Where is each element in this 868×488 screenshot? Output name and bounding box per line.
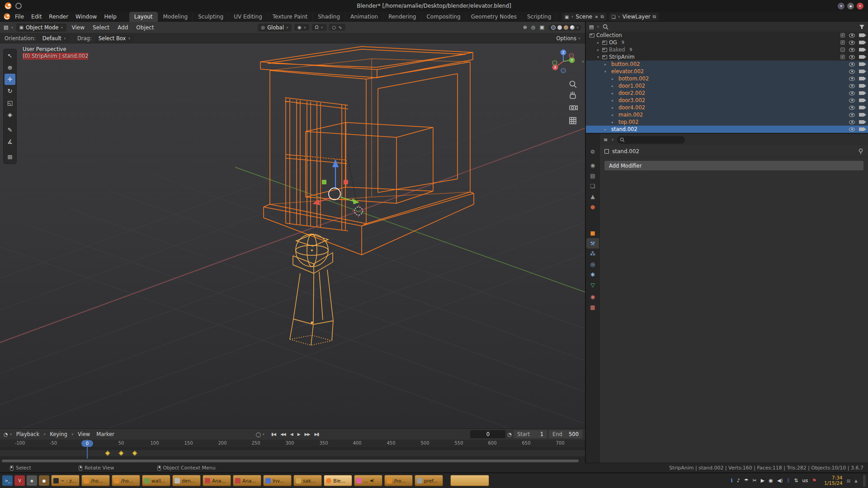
tab-animation[interactable]: Animation (345, 12, 383, 22)
output-tab-icon[interactable]: ▤ (586, 170, 599, 181)
select-box-tool[interactable]: ↖ (5, 50, 15, 61)
taskbar-window-files-2[interactable]: /ho... (112, 475, 140, 486)
proportional-edit-dropdown[interactable]: ○ ∿ (329, 24, 345, 31)
taskbar-window-blender-active[interactable]: Ble... (324, 475, 352, 486)
editor-type-icon[interactable]: ◔ (4, 432, 8, 437)
network-tray-icon[interactable]: ⇅ (794, 478, 798, 483)
window-pin-icon[interactable] (15, 3, 22, 9)
expand-icon[interactable]: ▸ (610, 106, 615, 110)
window-menu-button[interactable]: ▾ (838, 3, 844, 9)
elevator-wireframe[interactable] (260, 47, 474, 255)
minimize-button[interactable]: ▪ (847, 3, 854, 9)
menu-object[interactable]: Object (133, 24, 156, 31)
clipboard-tray-icon[interactable]: ✂ (753, 478, 757, 483)
move-tool[interactable]: ✛ (5, 74, 15, 85)
3d-viewport[interactable]: User Perspective (0) StripAnim | stand.0… (0, 43, 585, 428)
add-cube-tool[interactable]: ⊞ (5, 151, 15, 163)
disable-render-camera-icon[interactable] (859, 48, 864, 52)
properties-search-input[interactable] (617, 136, 685, 144)
info-tray-icon[interactable]: ℹ (731, 478, 733, 483)
hide-eye-icon[interactable] (849, 127, 855, 131)
expand-icon[interactable]: ▸ (596, 48, 600, 52)
use-preview-range-icon[interactable]: ◔ (507, 432, 512, 437)
add-modifier-button[interactable]: Add Modifier (604, 161, 863, 170)
editor-launcher-icon[interactable]: ● (39, 475, 49, 486)
jump-to-end-button[interactable]: ▶▮ (312, 432, 321, 437)
unlink-scene-icon[interactable]: ✕ (594, 14, 598, 19)
keyframe-track[interactable] (0, 448, 585, 459)
disable-render-camera-icon[interactable] (859, 70, 864, 73)
previous-keyframe-button[interactable]: ◀◀ (278, 432, 288, 437)
outliner-row-door2002[interactable]: ▸ door2.002 (586, 89, 868, 97)
zoom-icon[interactable] (570, 81, 577, 88)
tab-shading[interactable]: Shading (313, 12, 345, 22)
timeline-ruler[interactable]: -100 -50 0 50 100 150 200 250 300 350 40… (0, 440, 585, 448)
viewlayer-tab-icon[interactable]: ❏ (586, 181, 599, 191)
pivot-dropdown[interactable]: ◉ ∨ (294, 24, 309, 31)
hide-eye-icon[interactable] (849, 84, 855, 88)
hide-eye-icon[interactable] (849, 33, 855, 38)
hide-eye-icon[interactable] (849, 106, 855, 110)
expand-icon[interactable]: ▸ (596, 41, 600, 45)
mode-dropdown[interactable]: ▣ Object Mode ∨ (16, 23, 66, 32)
disable-render-camera-icon[interactable] (859, 55, 864, 59)
taskbar-window-inv[interactable]: Inv... (263, 475, 292, 486)
taskbar-window-pref[interactable]: pref... (415, 475, 443, 486)
menu-render[interactable]: Render (45, 14, 72, 20)
expand-icon[interactable]: ▸ (610, 120, 615, 124)
solid-shading-button[interactable] (557, 25, 562, 30)
editor-type-icon[interactable]: ≡ (604, 137, 608, 143)
material-shading-button[interactable] (564, 25, 568, 30)
disable-render-camera-icon[interactable] (859, 106, 864, 109)
outliner-row-button002[interactable]: ▸ button.002 (586, 61, 868, 68)
tab-sculpting[interactable]: Sculpting (193, 12, 229, 22)
tab-modeling[interactable]: Modeling (158, 12, 193, 22)
taskbar-window-ana-2[interactable]: Ana... (233, 475, 261, 486)
drag-dropdown[interactable]: Select Box ∨ (95, 34, 134, 42)
taskbar-window-files-1[interactable]: /ho... (81, 475, 110, 486)
outliner-row-collection[interactable]: Collection ✓ (586, 32, 868, 39)
next-keyframe-button[interactable]: ▶▶ (303, 432, 312, 437)
play-tray-icon[interactable]: ▶ (761, 478, 764, 483)
new-viewlayer-icon[interactable]: ⧉ (653, 14, 656, 19)
hide-eye-icon[interactable] (849, 41, 855, 45)
taskbar-window-untitled[interactable] (450, 475, 489, 486)
viewlayer-selector[interactable]: ❏ ∨ ViewLayer ⧉ (609, 13, 659, 21)
navigation-axis-gizmo[interactable]: Z X Y (549, 48, 578, 77)
tab-scripting[interactable]: Scripting (522, 12, 557, 22)
auto-keying-toggle[interactable]: ◯ ∨ (256, 432, 264, 437)
orientation-default-dropdown[interactable]: Default ∨ (39, 34, 69, 42)
expand-icon[interactable]: ▸ (610, 84, 615, 88)
blender-menu-logo-icon[interactable] (4, 13, 10, 20)
texture-tab-icon[interactable]: ▩ (586, 302, 599, 312)
end-frame-field[interactable]: End 500 (549, 430, 582, 438)
tab-layout[interactable]: Layout (129, 12, 158, 22)
disable-render-camera-icon[interactable] (859, 99, 864, 102)
pin-icon[interactable] (858, 148, 863, 155)
wireframe-shading-button[interactable] (551, 25, 556, 30)
particles-tab-icon[interactable]: ⁂ (586, 249, 599, 259)
taskbar-window-wallpaper[interactable]: wall... (142, 475, 170, 486)
expand-icon[interactable]: ▸ (610, 77, 615, 81)
constraints-tab-icon[interactable]: ✱ (586, 269, 599, 280)
hide-eye-icon[interactable] (849, 62, 855, 66)
hide-eye-icon[interactable] (849, 77, 855, 81)
render-tab-icon[interactable]: ◉ (586, 160, 599, 170)
files-launcher-icon[interactable]: ◈ (27, 475, 37, 486)
pan-hand-icon[interactable] (570, 92, 576, 99)
show-gizmo-icon[interactable]: ⊕ (523, 24, 527, 30)
tab-uv-editing[interactable]: UV Editing (229, 12, 268, 22)
expand-icon[interactable]: ▸ (610, 91, 615, 95)
hide-eye-icon[interactable] (849, 55, 855, 59)
editor-type-icon[interactable]: ▤ (589, 24, 594, 30)
outliner-row-door4002[interactable]: ▸ door4.002 (586, 104, 868, 111)
outliner-row-main002[interactable]: ▸ main.002 (586, 111, 868, 118)
search-icon[interactable] (603, 24, 609, 30)
tool-tab-icon[interactable]: ⚙ (586, 146, 599, 157)
taskbar-window-ana-1[interactable]: Ana... (203, 475, 231, 486)
camera-view-icon[interactable] (570, 106, 577, 110)
menu-select[interactable]: Select (90, 24, 112, 31)
current-frame-field[interactable]: 0 (470, 430, 505, 438)
rotate-tool[interactable]: ↻ (5, 85, 15, 97)
stand-wireframe[interactable] (290, 234, 333, 345)
